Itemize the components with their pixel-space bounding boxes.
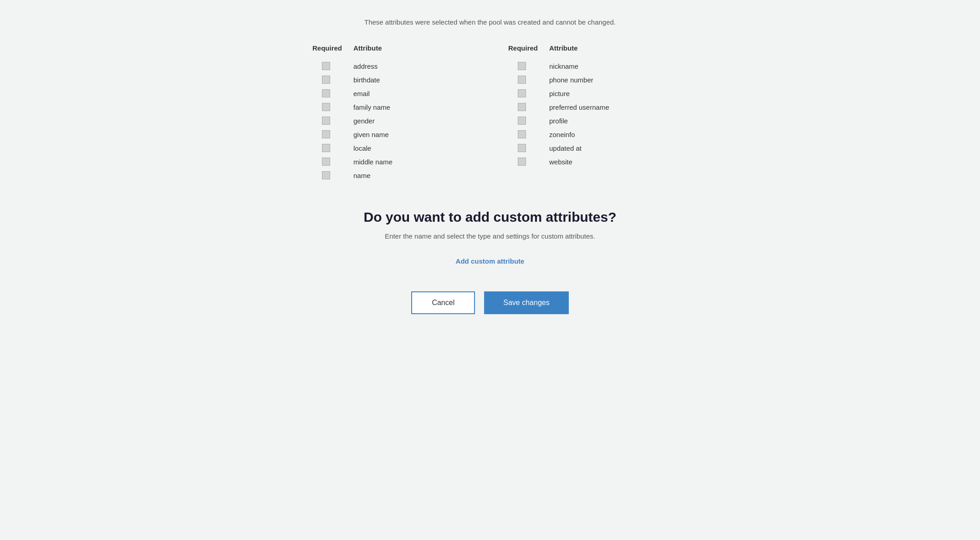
checkbox-cell <box>508 76 536 84</box>
zoneinfo-checkbox[interactable] <box>518 130 526 138</box>
preferred-username-checkbox[interactable] <box>518 103 526 111</box>
table-row: nickname <box>508 59 668 73</box>
profile-checkbox[interactable] <box>518 117 526 125</box>
left-header-required: Required <box>312 44 340 52</box>
attribute-label: gender <box>353 117 375 125</box>
table-row: locale <box>312 141 472 155</box>
family-name-checkbox[interactable] <box>322 103 330 111</box>
checkbox-cell <box>312 62 340 70</box>
checkbox-cell <box>508 130 536 138</box>
attribute-label: zoneinfo <box>549 131 575 138</box>
checkbox-cell <box>312 130 340 138</box>
checkbox-cell <box>312 76 340 84</box>
attribute-label: email <box>353 90 370 97</box>
checkbox-cell <box>508 89 536 97</box>
checkbox-cell <box>312 171 340 179</box>
table-row: profile <box>508 114 668 127</box>
left-column-header: Required Attribute <box>312 44 472 54</box>
website-checkbox[interactable] <box>518 158 526 166</box>
middle-name-checkbox[interactable] <box>322 158 330 166</box>
picture-checkbox[interactable] <box>518 89 526 97</box>
attribute-label: phone number <box>549 76 593 84</box>
attribute-label: website <box>549 158 572 166</box>
checkbox-cell <box>312 103 340 111</box>
table-row: phone number <box>508 73 668 87</box>
checkbox-cell <box>312 117 340 125</box>
checkbox-cell <box>508 158 536 166</box>
table-row: updated at <box>508 141 668 155</box>
nickname-checkbox[interactable] <box>518 62 526 70</box>
address-checkbox[interactable] <box>322 62 330 70</box>
attribute-label: middle name <box>353 158 393 166</box>
attribute-label: given name <box>353 131 389 138</box>
table-row: middle name <box>312 155 472 168</box>
cancel-button[interactable]: Cancel <box>411 291 475 314</box>
table-row: name <box>312 168 472 182</box>
right-column: Required Attribute nickname phone number <box>508 44 668 182</box>
left-header-attribute: Attribute <box>353 44 382 52</box>
attribute-label: locale <box>353 144 371 152</box>
checkbox-cell <box>508 62 536 70</box>
checkbox-cell <box>508 117 536 125</box>
locale-checkbox[interactable] <box>322 144 330 152</box>
email-checkbox[interactable] <box>322 89 330 97</box>
attribute-label: preferred username <box>549 103 609 111</box>
given-name-checkbox[interactable] <box>322 130 330 138</box>
left-column: Required Attribute address birthdate em <box>312 44 472 182</box>
table-row: address <box>312 59 472 73</box>
checkbox-cell <box>508 103 536 111</box>
attribute-label: address <box>353 62 378 70</box>
action-buttons: Cancel Save changes <box>294 291 686 314</box>
attribute-label: nickname <box>549 62 578 70</box>
attribute-label: picture <box>549 90 570 97</box>
checkbox-cell <box>312 158 340 166</box>
custom-attributes-section: Do you want to add custom attributes? En… <box>294 209 686 269</box>
table-row: website <box>508 155 668 168</box>
attribute-label: updated at <box>549 144 582 152</box>
right-header-attribute: Attribute <box>549 44 578 52</box>
table-row: family name <box>312 100 472 114</box>
table-row: picture <box>508 87 668 100</box>
custom-attributes-title: Do you want to add custom attributes? <box>294 209 686 225</box>
table-row: given name <box>312 127 472 141</box>
birthdate-checkbox[interactable] <box>322 76 330 84</box>
attribute-label: profile <box>549 117 568 125</box>
save-changes-button[interactable]: Save changes <box>484 291 568 314</box>
table-row: email <box>312 87 472 100</box>
updated-at-checkbox[interactable] <box>518 144 526 152</box>
table-row: preferred username <box>508 100 668 114</box>
page-container: These attributes were selected when the … <box>285 0 695 332</box>
right-column-header: Required Attribute <box>508 44 668 54</box>
info-text: These attributes were selected when the … <box>294 18 686 26</box>
phone-number-checkbox[interactable] <box>518 76 526 84</box>
checkbox-cell <box>508 144 536 152</box>
checkbox-cell <box>312 144 340 152</box>
attribute-label: family name <box>353 103 390 111</box>
custom-attributes-subtitle: Enter the name and select the type and s… <box>294 232 686 240</box>
table-row: birthdate <box>312 73 472 87</box>
checkbox-cell <box>312 89 340 97</box>
gender-checkbox[interactable] <box>322 117 330 125</box>
attribute-label: name <box>353 172 371 179</box>
attribute-label: birthdate <box>353 76 380 84</box>
table-row: zoneinfo <box>508 127 668 141</box>
table-row: gender <box>312 114 472 127</box>
name-checkbox[interactable] <box>322 171 330 179</box>
add-custom-attribute-button[interactable]: Add custom attribute <box>449 254 532 269</box>
right-header-required: Required <box>508 44 536 52</box>
attributes-grid: Required Attribute address birthdate em <box>294 44 686 182</box>
